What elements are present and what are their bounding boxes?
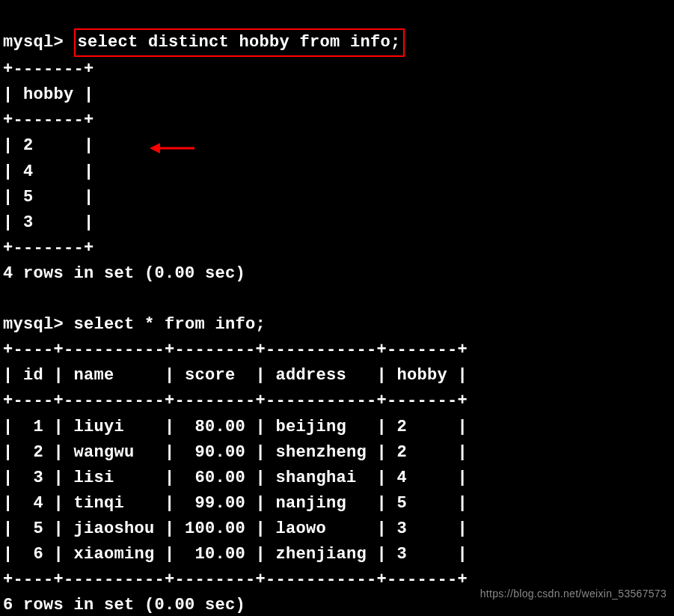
table2-row: | 5 | jiaoshou | 100.00 | laowo | 3 | <box>3 519 468 538</box>
table2-header: | id | name | score | address | hobby | <box>3 366 468 385</box>
table2-row: | 4 | tinqi | 99.00 | nanjing | 5 | <box>3 494 468 513</box>
table1-border-mid: +-------+ <box>3 111 94 129</box>
watermark-text: https://blog.csdn.net/weixin_53567573 <box>480 586 667 603</box>
mysql-prompt: mysql> <box>3 315 64 334</box>
highlighted-query-1: select distinct hobby from info; <box>74 28 405 57</box>
table2-border-mid: +----+----------+--------+-----------+--… <box>3 391 468 410</box>
table1-row: | 2 | <box>3 136 94 155</box>
terminal-output: mysql> select distinct hobby from info; … <box>3 3 671 616</box>
svg-marker-1 <box>150 143 160 153</box>
query-2-command: select * from info; <box>74 315 266 334</box>
table1-row: | 5 | <box>3 188 94 207</box>
table1-row: | 4 | <box>3 162 94 181</box>
table2-row: | 6 | xiaoming | 10.00 | zhenjiang | 3 | <box>3 545 468 564</box>
table2-row: | 3 | lisi | 60.00 | shanghai | 4 | <box>3 469 468 487</box>
table1-border-bot: +-------+ <box>3 239 94 257</box>
arrow-left-icon <box>150 135 194 167</box>
mysql-prompt: mysql> <box>3 33 64 52</box>
table1-row: | 3 | <box>3 213 94 232</box>
table2-row: | 1 | liuyi | 80.00 | beijing | 2 | <box>3 418 468 436</box>
table1-border-top: +-------+ <box>3 60 94 79</box>
table2-border-bot: +----+----------+--------+-----------+--… <box>3 570 468 589</box>
table2-border-top: +----+----------+--------+-----------+--… <box>3 341 468 359</box>
table1-header: | hobby | <box>3 85 94 104</box>
query2-status: 6 rows in set (0.00 sec) <box>3 596 245 615</box>
table2-row: | 2 | wangwu | 90.00 | shenzheng | 2 | <box>3 443 468 462</box>
query1-status: 4 rows in set (0.00 sec) <box>3 264 245 283</box>
